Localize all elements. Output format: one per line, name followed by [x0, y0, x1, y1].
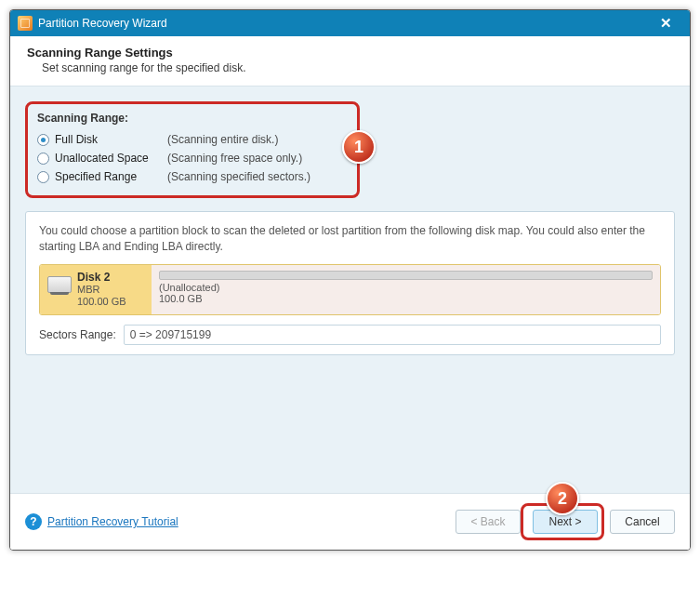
help-icon: ?: [25, 513, 42, 530]
wizard-header: Scanning Range Settings Set scanning ran…: [10, 36, 690, 86]
disk-info: Disk 2 MBR 100.00 GB: [77, 271, 126, 310]
sectors-input[interactable]: [124, 325, 661, 345]
tutorial-link[interactable]: Partition Recovery Tutorial: [47, 515, 178, 528]
cancel-button[interactable]: Cancel: [610, 510, 675, 534]
page-title: Scanning Range Settings: [27, 46, 673, 60]
sectors-range-row: Sectors Range:: [39, 325, 661, 345]
radio-icon: [37, 153, 49, 165]
next-highlight: Next > 2: [521, 503, 604, 540]
hdd-icon: [47, 276, 72, 293]
sectors-label: Sectors Range:: [39, 328, 116, 341]
radio-desc: (Scanning free space only.): [167, 152, 302, 165]
disk-scheme: MBR: [77, 284, 126, 297]
radio-desc: (Scanning entire disk.): [167, 133, 278, 146]
window-title: Partition Recovery Wizard: [38, 17, 647, 30]
radio-label: Unallocated Space: [55, 152, 162, 165]
wizard-window: Partition Recovery Wizard ✕ Scanning Ran…: [9, 9, 691, 551]
wizard-footer: ? Partition Recovery Tutorial < Back Nex…: [10, 493, 690, 550]
page-subtitle: Set scanning range for the specified dis…: [42, 61, 673, 74]
scanning-range-group: Scanning Range: Full Disk (Scanning enti…: [25, 101, 360, 198]
body-spacer: [25, 355, 675, 485]
group-title: Scanning Range:: [37, 112, 348, 125]
radio-specified[interactable]: Specified Range (Scanning specified sect…: [37, 167, 348, 186]
region-bar: [159, 271, 653, 280]
disk-name: Disk 2: [77, 271, 126, 284]
annotation-badge-2: 2: [546, 482, 579, 515]
disk-size: 100.00 GB: [77, 296, 126, 309]
disk-map-panel: You could choose a partition block to sc…: [25, 211, 675, 355]
wizard-body: Scanning Range: Full Disk (Scanning enti…: [10, 86, 690, 493]
radio-label: Full Disk: [55, 133, 162, 146]
disk-map-row[interactable]: Disk 2 MBR 100.00 GB (Unallocated) 100.0…: [39, 264, 661, 316]
titlebar: Partition Recovery Wizard ✕: [10, 10, 690, 36]
radio-icon: [37, 134, 49, 146]
region-label: (Unallocated): [159, 282, 653, 293]
panel-description: You could choose a partition block to sc…: [39, 223, 661, 255]
radio-unallocated[interactable]: Unallocated Space (Scanning free space o…: [37, 149, 348, 167]
disk-region[interactable]: (Unallocated) 100.0 GB: [152, 265, 660, 315]
radio-icon: [37, 171, 49, 183]
radio-desc: (Scanning specified sectors.): [167, 170, 310, 183]
back-button[interactable]: < Back: [456, 510, 521, 534]
app-icon: [18, 16, 33, 31]
close-icon: ✕: [660, 15, 672, 32]
disk-header: Disk 2 MBR 100.00 GB: [40, 265, 152, 315]
region-size: 100.0 GB: [159, 293, 653, 304]
radio-full-disk[interactable]: Full Disk (Scanning entire disk.): [37, 130, 348, 149]
annotation-badge-1: 1: [342, 130, 376, 164]
radio-label: Specified Range: [55, 170, 162, 183]
close-button[interactable]: ✕: [647, 13, 684, 33]
